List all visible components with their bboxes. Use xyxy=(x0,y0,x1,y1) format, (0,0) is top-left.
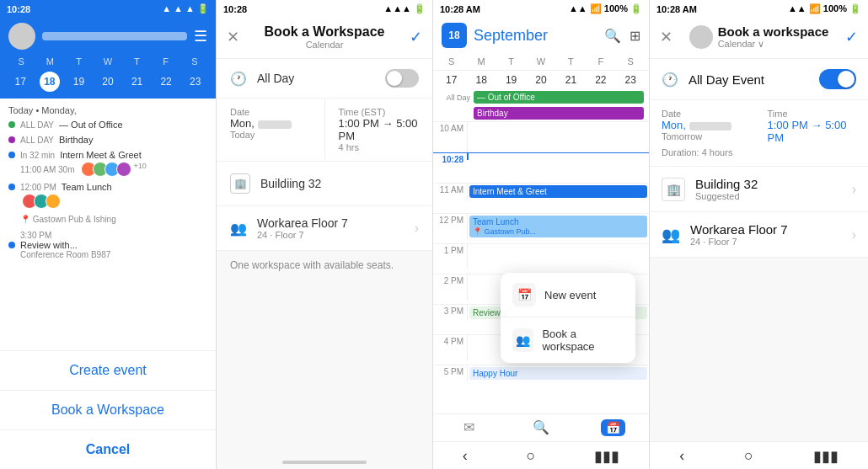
p3-slot-10am: 10 AM xyxy=(433,121,649,152)
p4-recents-icon[interactable]: ▮▮▮ xyxy=(813,447,839,466)
p2-time-sub: 4 hrs xyxy=(339,142,420,152)
p1-lunch-title: Team Lunch xyxy=(62,182,112,192)
p3-new-event-label: New event xyxy=(544,289,596,301)
p4-workspace-section[interactable]: 👥 Workarea Floor 7 24 · Floor 7 › xyxy=(650,212,868,258)
p4-time-label: Time xyxy=(768,109,857,119)
p4-building-section[interactable]: 🏢 Building 32 Suggested › xyxy=(650,167,868,212)
book-workspace-button[interactable]: Book a Workspace xyxy=(0,391,216,430)
p3-grid-icon[interactable]: ⊞ xyxy=(630,28,640,44)
p1-dot-review xyxy=(8,242,15,248)
p1-dow-t2: T xyxy=(122,56,151,67)
p4-floor: Floor 7 xyxy=(708,237,737,247)
p2-seats-count: 24 xyxy=(257,230,267,240)
p2-toggle-off[interactable] xyxy=(385,69,419,88)
p1-status-icons: ▲ ▲ ▲ 🔋 xyxy=(162,3,209,14)
p1-event-birthday: ALL DAY Birthday xyxy=(0,132,216,147)
p3-month-title: September xyxy=(474,27,597,45)
p1-avatar-4 xyxy=(116,162,131,177)
p2-time-label: Time (EST) xyxy=(339,107,420,117)
p3-dow-m: M xyxy=(466,53,496,70)
p3-day-23[interactable]: 23 xyxy=(616,71,646,89)
p3-time: 10:28 AM xyxy=(440,4,480,14)
p2-allday-toggle[interactable] xyxy=(385,69,419,88)
p4-close-icon[interactable]: ✕ xyxy=(660,28,672,46)
p2-form: 🕐 All Day Date Mon, Today Time (EST) 1:0… xyxy=(217,59,432,456)
p4-subtitle: Calendar ∨ xyxy=(718,39,829,50)
p3-tab-bar: ✉ 🔍 📅 xyxy=(433,413,649,441)
p3-day-21[interactable]: 21 xyxy=(556,71,586,89)
p3-slot-12pm-content: Team Lunch📍 Gastown Pub... xyxy=(467,214,649,239)
p1-day-18[interactable]: 18 xyxy=(40,72,60,92)
p3-book-workspace-option[interactable]: 👥 Book a workspace xyxy=(501,317,635,363)
p4-date-value: Mon, xyxy=(662,119,751,131)
p4-status-icons: ▲▲ 📶 100% 🔋 xyxy=(788,3,861,14)
p3-slot-5pm-content: Happy Hour xyxy=(467,365,649,381)
p3-slot-11am-content: Intern Meet & Greet xyxy=(467,184,649,200)
p3-slot-1pm-content xyxy=(467,244,649,269)
p1-statusbar: 10:28 ▲ ▲ ▲ 🔋 xyxy=(0,0,216,18)
p3-day-18[interactable]: 18 xyxy=(466,71,496,89)
p3-new-event-option[interactable]: 📅 New event xyxy=(501,273,635,317)
p2-workspace-row[interactable]: 👥 Workarea Floor 7 24 · Floor 7 › xyxy=(217,206,432,251)
p3-home-icon[interactable]: ○ xyxy=(527,447,536,466)
p3-tab-mail[interactable]: ✉ xyxy=(433,419,505,436)
p1-avatar[interactable] xyxy=(8,23,35,50)
p1-day-23[interactable]: 23 xyxy=(185,72,206,92)
p3-book-workspace-icon: 👥 xyxy=(512,328,533,352)
p3-intern-event[interactable]: Intern Meet & Greet xyxy=(469,185,647,198)
create-event-button[interactable]: Create event xyxy=(0,351,216,391)
p1-lunch-avatars xyxy=(22,194,61,209)
p1-menu-icon[interactable]: ☰ xyxy=(194,27,207,45)
p3-tab-calendar[interactable]: 📅 xyxy=(577,419,649,436)
p1-intern-avatars: +10 xyxy=(81,162,146,177)
p3-lunch-event[interactable]: Team Lunch📍 Gastown Pub... xyxy=(469,216,647,237)
p4-home-icon[interactable]: ○ xyxy=(744,447,753,466)
p4-building-info: Building 32 Suggested xyxy=(695,177,842,201)
p4-allday-toggle[interactable] xyxy=(819,69,856,89)
p3-happyhour-event[interactable]: Happy Hour xyxy=(469,367,647,380)
p3-dow-t2: T xyxy=(556,53,586,70)
p3-day-22[interactable]: 22 xyxy=(586,71,615,89)
p3-calendar-icon: 18 xyxy=(442,23,467,48)
p2-date-block[interactable]: Date Mon, Today xyxy=(217,99,325,161)
p3-recents-icon[interactable]: ▮▮▮ xyxy=(594,447,619,466)
p1-event-review: 3:30 PM Review with... Conference Room B… xyxy=(0,228,216,262)
p2-time-value: 1:00 PM → 5:00 PM xyxy=(339,117,420,142)
p4-time-field[interactable]: Time 1:00 PM → 5:00 PM xyxy=(768,109,857,144)
p4-datetime-section: Date Mon, Tomorrow Time 1:00 PM → 5:00 P… xyxy=(650,100,868,167)
p1-day-17[interactable]: 17 xyxy=(10,72,30,92)
p4-date-label: Date xyxy=(662,109,751,119)
p1-dow-w: W xyxy=(94,56,122,67)
p2-time-block[interactable]: Time (EST) 1:00 PM → 5:00 PM 4 hrs xyxy=(325,99,433,161)
p2-building-row[interactable]: 🏢 Buildiing 32 xyxy=(217,162,432,206)
p3-back-icon[interactable]: ‹ xyxy=(463,447,468,466)
p3-search-icon[interactable]: 🔍 xyxy=(604,28,621,44)
p3-time-1pm: 1 PM xyxy=(433,244,467,257)
p3-day-20[interactable]: 20 xyxy=(526,71,555,89)
p2-close-icon[interactable]: ✕ xyxy=(227,28,239,46)
p1-intern-duration: 11:00 AM 30m xyxy=(20,165,74,174)
p1-day-20[interactable]: 20 xyxy=(98,72,118,92)
p4-back-icon[interactable]: ‹ xyxy=(679,447,684,466)
p4-avatar xyxy=(689,25,713,49)
p4-header-text: Book a workspace Calendar ∨ xyxy=(718,24,829,50)
p3-day-19[interactable]: 19 xyxy=(496,71,526,89)
p1-lavatar-3 xyxy=(46,194,61,209)
p3-header: 18 September 🔍 ⊞ xyxy=(433,18,649,53)
p3-tab-search[interactable]: 🔍 xyxy=(505,419,576,436)
p1-day-19[interactable]: 19 xyxy=(68,72,88,92)
p3-timeline: All Day — Out of Office Birthday 10 AM 1… xyxy=(433,89,649,413)
p1-day-22[interactable]: 22 xyxy=(156,72,176,92)
p4-confirm-icon[interactable]: ✓ xyxy=(845,28,858,46)
p3-header-icons: 🔍 ⊞ xyxy=(604,28,640,44)
p3-day-17[interactable]: 17 xyxy=(437,71,466,89)
p4-date-field[interactable]: Date Mon, Tomorrow xyxy=(662,109,751,144)
cancel-button[interactable]: Cancel xyxy=(0,430,216,469)
p4-building-arrow: › xyxy=(852,182,856,197)
p3-birthday-event[interactable]: Birthday xyxy=(474,107,644,120)
p1-birthday-text: Birthday xyxy=(59,135,93,145)
p1-day-21[interactable]: 21 xyxy=(127,72,147,92)
p3-allday-outofoffice[interactable]: — Out of Office xyxy=(474,91,644,104)
p1-dow-m: M xyxy=(35,56,64,67)
p2-confirm-icon[interactable]: ✓ xyxy=(410,28,422,46)
